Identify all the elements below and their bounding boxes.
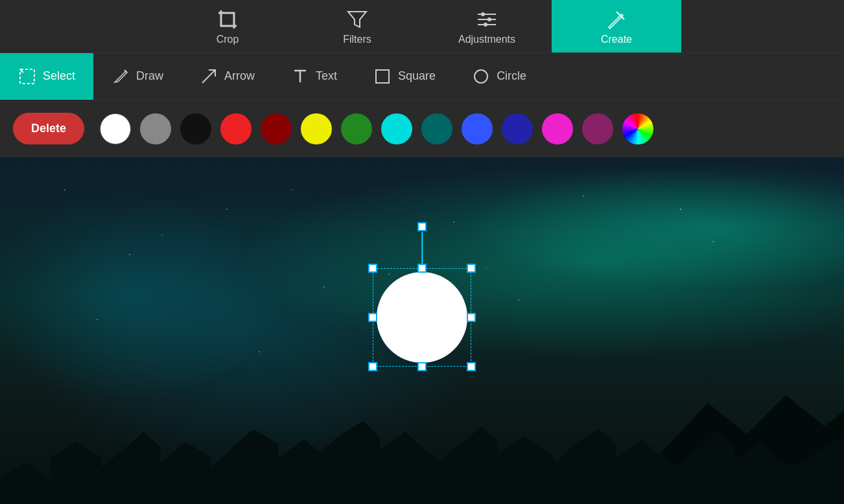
square-tool-btn[interactable]: Square — [355, 53, 454, 100]
crop-icon — [216, 8, 239, 31]
select-tool-btn[interactable]: Select — [0, 53, 93, 100]
color-darkblue[interactable] — [502, 113, 533, 144]
circle-tool-btn[interactable]: Circle — [454, 53, 545, 100]
handle-bottom-left[interactable] — [368, 362, 377, 371]
svg-point-5 — [487, 17, 491, 21]
handle-top-center[interactable] — [417, 264, 427, 273]
handle-top-right[interactable] — [467, 264, 476, 273]
draw-icon — [111, 67, 130, 86]
color-magenta[interactable] — [542, 113, 573, 144]
svg-line-11 — [202, 70, 215, 83]
create-tool-btn[interactable]: Create — [552, 0, 681, 52]
arrow-icon — [200, 67, 218, 86]
crop-label: Crop — [217, 34, 239, 45]
color-toolbar: Delete — [0, 99, 844, 157]
delete-button[interactable]: Delete — [13, 113, 84, 144]
crop-tool-btn[interactable]: Crop — [163, 0, 292, 52]
handle-top-rotation[interactable] — [417, 222, 427, 231]
color-teal[interactable] — [421, 113, 452, 144]
select-icon — [18, 67, 36, 86]
color-purple[interactable] — [582, 113, 613, 144]
selection-border — [373, 268, 471, 367]
svg-point-6 — [484, 23, 487, 27]
color-cyan[interactable] — [381, 113, 412, 144]
color-yellow[interactable] — [301, 113, 332, 144]
color-black[interactable] — [180, 113, 211, 144]
square-label: Square — [398, 69, 436, 83]
square-icon — [373, 67, 392, 86]
canvas-area[interactable] — [0, 157, 844, 504]
text-label: Text — [316, 69, 337, 83]
color-white[interactable] — [100, 113, 131, 144]
color-green[interactable] — [341, 113, 372, 144]
handle-mid-right[interactable] — [467, 313, 476, 322]
svg-marker-0 — [348, 12, 366, 27]
create-label: Create — [601, 34, 632, 45]
color-gray[interactable] — [140, 113, 171, 144]
arrow-tool-btn[interactable]: Arrow — [182, 53, 273, 100]
handle-bottom-center[interactable] — [417, 362, 427, 371]
filters-icon — [346, 8, 369, 31]
svg-rect-14 — [376, 70, 389, 83]
handle-bottom-right[interactable] — [467, 362, 476, 371]
circle-icon — [472, 67, 490, 86]
filters-tool-btn[interactable]: Filters — [292, 0, 422, 52]
circle-label: Circle — [497, 69, 526, 83]
filters-label: Filters — [343, 34, 371, 45]
adjustments-tool-btn[interactable]: Adjustments — [422, 0, 552, 52]
color-darkred[interactable] — [261, 113, 292, 144]
selected-shape-container[interactable] — [377, 272, 467, 363]
draw-tool-btn[interactable]: Draw — [93, 53, 182, 100]
text-tool-btn[interactable]: Text — [273, 53, 355, 100]
handle-top-left[interactable] — [368, 264, 377, 273]
color-red[interactable] — [220, 113, 252, 144]
handle-mid-left[interactable] — [368, 313, 377, 322]
select-label: Select — [43, 69, 75, 83]
top-toolbar: Crop Filters Adjustments Create — [0, 0, 844, 52]
create-icon — [605, 8, 628, 31]
adjustments-label: Adjustments — [458, 34, 515, 45]
svg-point-4 — [481, 12, 485, 16]
second-toolbar: Select Draw Arrow Text Square Circle — [0, 52, 844, 99]
svg-point-15 — [475, 70, 487, 83]
text-icon — [291, 67, 309, 86]
arrow-label: Arrow — [224, 69, 255, 83]
draw-label: Draw — [136, 69, 163, 83]
color-rainbow[interactable] — [622, 113, 653, 144]
adjustments-icon — [475, 8, 498, 31]
color-blue[interactable] — [462, 113, 493, 144]
